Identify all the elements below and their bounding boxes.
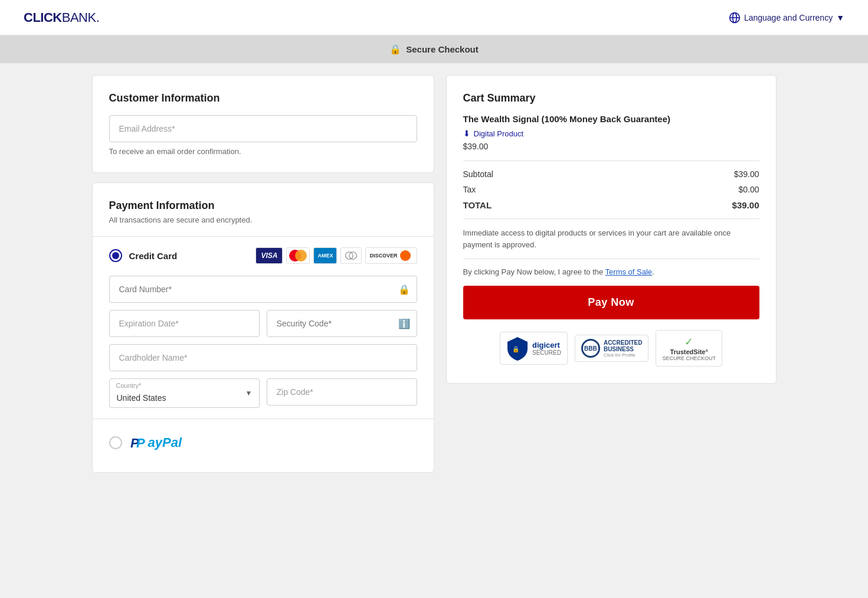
logo-click: CLICK	[24, 10, 62, 25]
right-column: Cart Summary The Wealth Signal (100% Mon…	[446, 75, 777, 384]
expiration-wrapper	[109, 310, 260, 337]
logo-bank: BANK.	[62, 10, 100, 25]
bbb-info: ACCREDITED BUSINESS Click for Profile	[604, 339, 643, 358]
header: CLICKBANK. Language and Currency ▼	[0, 0, 868, 35]
security-code-input[interactable]	[267, 310, 417, 337]
tax-value: $0.00	[738, 185, 759, 194]
payment-info-card: Payment Information All transactions are…	[92, 182, 434, 473]
download-icon: ⬇	[463, 129, 470, 138]
language-currency-button[interactable]: Language and Currency ▼	[729, 12, 844, 24]
credit-card-option[interactable]: Credit Card VISA AMEX	[109, 247, 417, 264]
paypal-divider	[93, 419, 434, 419]
paypal-radio[interactable]	[109, 436, 122, 449]
svg-text:P: P	[136, 436, 145, 450]
email-helper-text: To receive an email order confirmation.	[109, 147, 417, 156]
digicert-shield-icon: 🔒	[506, 336, 529, 361]
chevron-down-icon: ▼	[836, 13, 844, 22]
expiration-input[interactable]	[109, 310, 260, 337]
bbb-click: Click for Profile	[604, 352, 643, 358]
payment-divider	[93, 236, 434, 237]
card-lock-icon: 🔒	[398, 284, 410, 295]
main-content: Customer Information To receive an email…	[80, 75, 788, 473]
email-input[interactable]	[109, 115, 417, 142]
country-label: Country*	[116, 382, 142, 389]
terms-of-sale-link[interactable]: Terms of Sale	[605, 267, 652, 276]
subtotal-value: $39.00	[734, 169, 759, 179]
payment-info-title: Payment Information	[109, 200, 417, 212]
payment-subtitle: All transactions are secure and encrypte…	[109, 215, 417, 224]
paypal-logo: P P ayPal	[129, 434, 182, 451]
digicert-badge[interactable]: 🔒 digicert SECURED	[500, 332, 568, 365]
trustedsite-name: TrustedSite°	[662, 348, 716, 355]
tax-label: Tax	[463, 185, 476, 194]
bbb-circle: BBB	[581, 339, 600, 358]
customer-info-title: Customer Information	[109, 92, 417, 104]
country-zip-row: Country* United States Canada United Kin…	[109, 378, 417, 408]
lang-currency-label: Language and Currency	[744, 13, 833, 22]
product-name: The Wealth Signal (100% Money Back Guara…	[463, 114, 759, 124]
security-code-wrapper: ℹ️	[267, 310, 417, 337]
total-value: $39.00	[732, 200, 759, 210]
access-note: Immediate access to digital products or …	[463, 227, 759, 250]
discover-icon: DISCOVER	[365, 247, 417, 264]
trust-badges: 🔒 digicert SECURED BBB ACCREDITED BUSINE…	[463, 330, 759, 367]
card-number-wrapper: 🔒	[109, 276, 417, 303]
cart-divider-1	[463, 161, 759, 161]
terms-prefix: By clicking Pay Now below, I agree to th…	[463, 267, 605, 276]
left-column: Customer Information To receive an email…	[92, 75, 434, 473]
lock-icon: 🔒	[389, 44, 401, 55]
terms-note: By clicking Pay Now below, I agree to th…	[463, 267, 759, 276]
paypal-text: ayPal	[148, 435, 182, 450]
pay-now-button[interactable]: Pay Now	[463, 286, 759, 319]
trustedsite-sub: SECURE CHECKOUT	[662, 355, 716, 361]
cart-divider-3	[463, 259, 759, 259]
bbb-badge[interactable]: BBB ACCREDITED BUSINESS Click for Profil…	[575, 335, 649, 362]
credit-card-label: Credit Card	[129, 251, 178, 261]
cart-divider-2	[463, 218, 759, 219]
digicert-name: digicert	[532, 341, 561, 349]
bbb-seal: BBB ACCREDITED BUSINESS Click for Profil…	[581, 339, 643, 358]
card-number-input[interactable]	[109, 276, 417, 303]
mastercard-icon	[286, 247, 310, 264]
trustedsite-badge[interactable]: ✓ TrustedSite° SECURE CHECKOUT	[656, 330, 722, 367]
info-icon: ℹ️	[398, 318, 410, 329]
total-row: TOTAL $39.00	[463, 200, 759, 210]
terms-suffix: .	[652, 267, 654, 276]
svg-text:🔒: 🔒	[512, 345, 520, 353]
cart-summary-title: Cart Summary	[463, 92, 759, 104]
digital-product: ⬇ Digital Product	[463, 129, 759, 138]
cardholder-name-input[interactable]	[109, 344, 417, 371]
digicert-sub: SECURED	[532, 349, 561, 356]
diners-icon	[340, 247, 362, 264]
digital-product-label: Digital Product	[474, 129, 524, 138]
subtotal-label: Subtotal	[463, 169, 493, 179]
paypal-option[interactable]: P P ayPal	[109, 430, 417, 456]
zip-input[interactable]	[267, 378, 417, 406]
zip-wrapper	[267, 378, 417, 408]
secure-checkout-banner: 🔒 Secure Checkout	[0, 35, 868, 63]
tax-row: Tax $0.00	[463, 185, 759, 194]
exp-security-row: ℹ️	[109, 310, 417, 337]
country-wrapper: Country* United States Canada United Kin…	[109, 378, 260, 408]
credit-card-radio[interactable]	[109, 249, 122, 262]
total-label: TOTAL	[463, 200, 492, 210]
card-icons: VISA AMEX	[256, 247, 417, 264]
visa-icon: VISA	[256, 247, 283, 264]
amex-icon: AMEX	[313, 247, 337, 264]
globe-icon	[729, 12, 741, 24]
customer-info-card: Customer Information To receive an email…	[92, 75, 434, 173]
secure-checkout-label: Secure Checkout	[406, 44, 479, 54]
bbb-business: BUSINESS	[604, 346, 643, 352]
bbb-accredited: ACCREDITED	[604, 339, 643, 346]
product-price: $39.00	[463, 142, 759, 151]
paypal-p-icon: P P	[129, 434, 146, 451]
radio-inner-dot	[112, 252, 119, 259]
subtotal-row: Subtotal $39.00	[463, 169, 759, 179]
cardholder-name-wrapper	[109, 344, 417, 371]
trusted-check-icon: ✓	[662, 335, 716, 348]
logo[interactable]: CLICKBANK.	[24, 10, 99, 25]
cart-summary-card: Cart Summary The Wealth Signal (100% Mon…	[446, 75, 777, 384]
